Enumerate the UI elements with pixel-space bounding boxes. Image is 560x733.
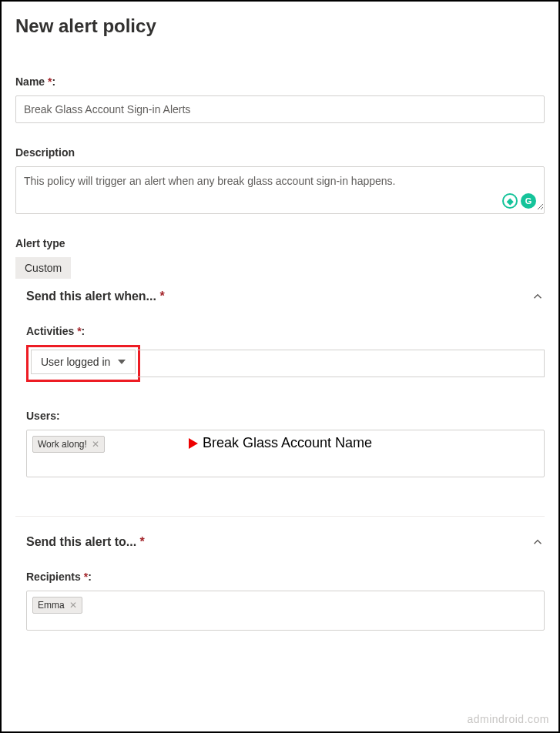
description-textarea[interactable]: This policy will trigger an alert when a… bbox=[16, 167, 544, 210]
send-to-section: Send this alert to... * Recipients *: Em… bbox=[15, 516, 545, 631]
page-title: New alert policy bbox=[15, 15, 545, 37]
recipients-label: Recipients *: bbox=[26, 571, 545, 583]
tag-remove-icon[interactable]: ✕ bbox=[92, 439, 99, 450]
chevron-up-icon bbox=[531, 535, 545, 549]
annotation-arrow-group: Break Glass Account Name bbox=[129, 435, 372, 451]
activities-label: Activities *: bbox=[26, 325, 545, 337]
name-field: Name *: bbox=[15, 75, 545, 123]
grammarly-tone-icon[interactable]: ◆ bbox=[502, 193, 518, 209]
users-field: Users: Work along! ✕ bbox=[26, 410, 545, 477]
activities-field: Activities *: User logged in bbox=[26, 325, 545, 382]
recipients-field: Recipients *: Emma ✕ bbox=[26, 571, 545, 631]
description-label: Description bbox=[15, 146, 545, 159]
watermark: admindroid.com bbox=[467, 713, 549, 725]
arrow-icon bbox=[129, 436, 198, 451]
tag-remove-icon[interactable]: ✕ bbox=[69, 600, 77, 611]
users-label: Users: bbox=[26, 410, 545, 422]
send-to-header[interactable]: Send this alert to... * bbox=[15, 535, 545, 571]
dropdown-caret-icon bbox=[118, 360, 126, 364]
chevron-up-icon bbox=[531, 290, 545, 303]
send-when-section: Send this alert when... * Activities *: … bbox=[15, 290, 545, 477]
alert-type-badge: Custom bbox=[15, 257, 71, 279]
users-input[interactable]: Work along! ✕ Break Glass Account Name bbox=[26, 430, 545, 477]
activities-input-rest[interactable] bbox=[137, 350, 545, 377]
description-field: Description This policy will trigger an … bbox=[15, 146, 545, 214]
alert-type-field: Alert type Custom bbox=[15, 237, 545, 279]
user-tag[interactable]: Work along! ✕ bbox=[32, 436, 105, 453]
name-input[interactable] bbox=[15, 95, 545, 123]
grammarly-widget: ◆ G bbox=[502, 193, 536, 209]
activities-dropdown[interactable]: User logged in bbox=[31, 350, 136, 374]
send-when-header[interactable]: Send this alert when... * bbox=[15, 290, 545, 325]
alert-type-label: Alert type bbox=[15, 237, 545, 249]
activities-highlight-box: User logged in bbox=[26, 345, 140, 382]
recipient-tag[interactable]: Emma ✕ bbox=[32, 597, 82, 614]
grammarly-icon[interactable]: G bbox=[521, 193, 536, 209]
recipients-input[interactable]: Emma ✕ bbox=[26, 591, 545, 631]
annotation-text: Break Glass Account Name bbox=[203, 435, 372, 451]
name-label: Name *: bbox=[15, 75, 545, 88]
svg-marker-1 bbox=[189, 438, 198, 449]
